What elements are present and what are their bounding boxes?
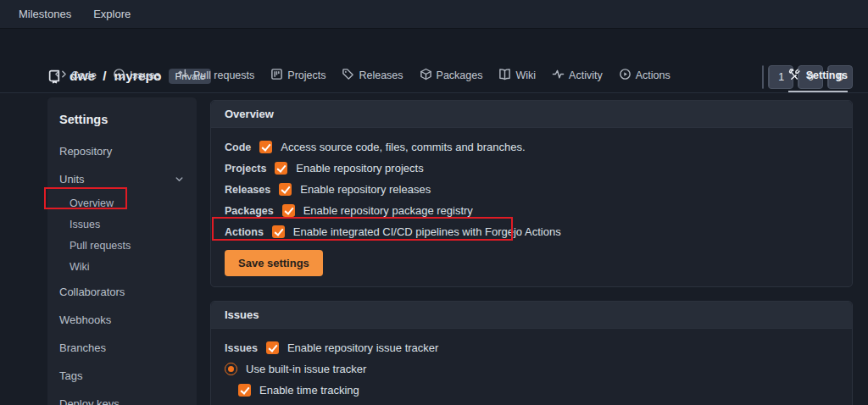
git-pull-request-icon bbox=[176, 68, 189, 83]
nav-explore[interactable]: Explore bbox=[93, 8, 131, 20]
issues-panel-title: Issues bbox=[211, 302, 852, 329]
sidebar-item-units[interactable]: Units bbox=[47, 165, 197, 193]
issue-opened-icon bbox=[113, 68, 125, 83]
tab-code-label: Code bbox=[71, 69, 97, 81]
builtin-tracker-label: Use built-in issue tracker bbox=[246, 363, 366, 375]
sidebar-item-units-wiki[interactable]: Wiki bbox=[47, 257, 197, 278]
unit-projects-description: Enable repository projects bbox=[296, 162, 423, 175]
sidebar-item-units-issues[interactable]: Issues bbox=[47, 214, 197, 236]
contributors-track-time-row: Let only contributors track time bbox=[238, 401, 838, 405]
play-circle-icon bbox=[619, 68, 632, 83]
sidebar-item-units-overview[interactable]: Overview bbox=[47, 193, 197, 214]
book-icon bbox=[498, 68, 511, 83]
rss-button[interactable] bbox=[762, 65, 764, 89]
unit-row-releases: Releases Enable repository releases bbox=[225, 179, 838, 200]
unit-releases-label: Releases bbox=[225, 184, 270, 196]
repo-settings-page: Milestones Explore dwe / myrepo Private bbox=[0, 0, 868, 405]
overview-panel-title: Overview bbox=[211, 101, 852, 128]
sidebar-item-units-pull-requests[interactable]: Pull requests bbox=[47, 236, 197, 257]
issues-panel: Issues Issues Enable repository issue tr… bbox=[210, 301, 853, 405]
unit-code-checkbox[interactable] bbox=[259, 141, 272, 153]
unit-projects-label: Projects bbox=[225, 163, 266, 175]
unit-actions-label: Actions bbox=[225, 226, 264, 238]
sidebar-item-repository[interactable]: Repository bbox=[47, 137, 197, 165]
unit-row-actions: Actions Enable integrated CI/CD pipeline… bbox=[225, 221, 838, 242]
tab-issues[interactable]: Issues bbox=[113, 68, 160, 92]
tab-issues-label: Issues bbox=[130, 69, 160, 81]
unit-row-code: Code Access source code, files, commits … bbox=[225, 136, 838, 158]
tab-activity-label: Activity bbox=[569, 69, 603, 81]
tab-packages-label: Packages bbox=[437, 69, 483, 81]
time-tracking-label: Enable time tracking bbox=[259, 384, 359, 397]
tab-actions-label: Actions bbox=[636, 69, 670, 81]
issues-tracker-checkbox[interactable] bbox=[266, 341, 279, 354]
sidebar-item-tags[interactable]: Tags bbox=[47, 362, 197, 390]
unit-packages-description: Enable repository package registry bbox=[303, 204, 473, 217]
sidebar-item-deploy-keys[interactable]: Deploy keys bbox=[47, 390, 197, 405]
overview-panel: Overview Code Access source code, files,… bbox=[210, 100, 853, 287]
issues-panel-body: Issues Enable repository issue tracker U… bbox=[211, 329, 852, 405]
time-tracking-row: Enable time tracking bbox=[238, 380, 838, 401]
sidebar-item-branches[interactable]: Branches bbox=[47, 334, 197, 362]
sidebar-item-tags-label: Tags bbox=[59, 369, 82, 382]
repo-header: dwe / myrepo Private bbox=[0, 29, 868, 93]
settings-main: Overview Code Access source code, files,… bbox=[210, 100, 853, 405]
tools-icon bbox=[788, 68, 801, 83]
unit-actions-description: Enable integrated CI/CD pipelines with F… bbox=[293, 225, 561, 238]
package-icon bbox=[420, 68, 432, 83]
unit-projects-checkbox[interactable] bbox=[275, 162, 287, 175]
issues-tracker-description: Enable repository issue tracker bbox=[287, 341, 438, 354]
settings-sidebar: Settings Repository Units Overview Issue… bbox=[47, 97, 197, 405]
sidebar-title: Settings bbox=[47, 108, 197, 137]
time-tracking-checkbox[interactable] bbox=[238, 384, 251, 397]
tab-code[interactable]: Code bbox=[54, 68, 97, 92]
tab-releases[interactable]: Releases bbox=[342, 68, 403, 92]
unit-releases-checkbox[interactable] bbox=[279, 183, 292, 196]
issues-tracker-label: Issues bbox=[225, 342, 258, 354]
tab-projects-label: Projects bbox=[287, 69, 326, 81]
save-settings-button[interactable]: Save settings bbox=[225, 250, 323, 276]
tag-icon bbox=[342, 68, 354, 83]
sidebar-item-webhooks-label: Webhooks bbox=[59, 313, 111, 326]
builtin-tracker-row: Use built-in issue tracker bbox=[225, 358, 838, 380]
unit-code-label: Code bbox=[225, 141, 251, 153]
unit-releases-description: Enable repository releases bbox=[300, 183, 431, 196]
tab-activity[interactable]: Activity bbox=[552, 68, 603, 92]
tab-actions[interactable]: Actions bbox=[619, 68, 670, 92]
unit-code-description: Access source code, files, commits and b… bbox=[281, 141, 525, 153]
nav-milestones[interactable]: Milestones bbox=[19, 8, 71, 20]
overview-panel-body: Code Access source code, files, commits … bbox=[211, 128, 852, 286]
builtin-tracker-radio[interactable] bbox=[225, 363, 237, 375]
sidebar-item-units-label: Units bbox=[59, 173, 85, 186]
code-icon bbox=[54, 68, 67, 83]
sidebar-item-collaborators-label: Collaborators bbox=[59, 286, 125, 298]
unit-row-projects: Projects Enable repository projects bbox=[225, 158, 838, 179]
tab-projects[interactable]: Projects bbox=[270, 68, 326, 92]
unit-packages-label: Packages bbox=[225, 205, 274, 217]
repo-tabs: Code Issues Pull requests bbox=[54, 68, 670, 92]
sidebar-item-collaborators[interactable]: Collaborators bbox=[47, 278, 197, 306]
tab-wiki[interactable]: Wiki bbox=[498, 68, 536, 92]
sidebar-item-webhooks[interactable]: Webhooks bbox=[47, 306, 197, 334]
sidebar-item-branches-label: Branches bbox=[59, 341, 106, 354]
project-board-icon bbox=[270, 68, 283, 83]
tab-wiki-label: Wiki bbox=[515, 69, 536, 81]
unit-packages-checkbox[interactable] bbox=[282, 204, 295, 217]
sidebar-item-deploy-keys-label: Deploy keys bbox=[59, 397, 120, 405]
pulse-icon bbox=[552, 68, 565, 83]
tab-releases-label: Releases bbox=[359, 69, 403, 81]
unit-row-packages: Packages Enable repository package regis… bbox=[225, 200, 838, 221]
tab-settings[interactable]: Settings bbox=[788, 68, 848, 92]
unit-actions-checkbox[interactable] bbox=[272, 225, 285, 238]
tab-pull-requests-label: Pull requests bbox=[193, 69, 254, 81]
tab-settings-label: Settings bbox=[806, 69, 848, 81]
tab-pull-requests[interactable]: Pull requests bbox=[176, 68, 254, 92]
chevron-down-icon bbox=[174, 174, 185, 185]
tab-packages[interactable]: Packages bbox=[420, 68, 483, 92]
top-navbar: Milestones Explore bbox=[0, 0, 868, 29]
sidebar-item-repository-label: Repository bbox=[59, 145, 112, 158]
issues-tracker-row: Issues Enable repository issue tracker bbox=[225, 337, 838, 358]
